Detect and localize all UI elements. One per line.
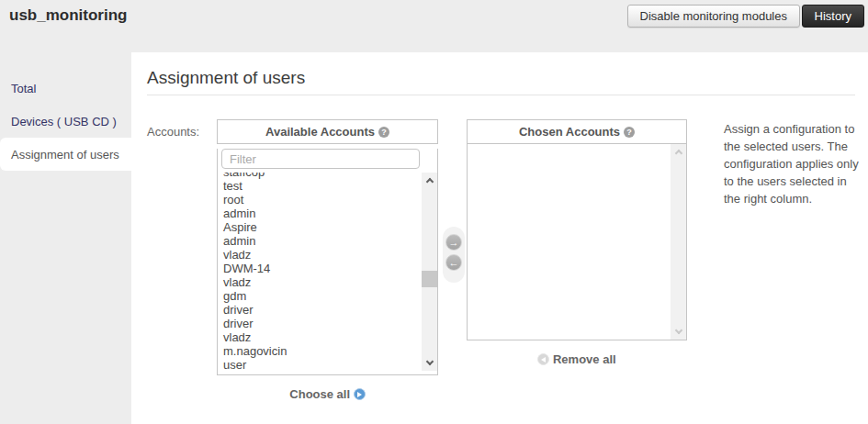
- help-icon[interactable]: ?: [624, 127, 635, 138]
- available-accounts-body: staffcop test root admin Aspire admin vl…: [217, 149, 438, 375]
- list-item[interactable]: gdm: [223, 289, 437, 303]
- list-item[interactable]: vladz: [223, 275, 437, 289]
- list-item[interactable]: vladz: [223, 330, 437, 344]
- chosen-list-scrollbar: [671, 144, 686, 340]
- filter-input[interactable]: [221, 149, 420, 169]
- section-heading: Assignment of users: [147, 68, 305, 88]
- usb-monitoring-page: usb_monitoring Disable monitoring module…: [0, 0, 868, 424]
- page-title: usb_monitoring: [9, 6, 127, 25]
- help-icon[interactable]: ?: [378, 127, 389, 138]
- list-item[interactable]: test: [223, 179, 437, 193]
- assignment-help-text: Assign a configuration to the selected u…: [724, 120, 863, 207]
- available-accounts-list-items: staffcop test root admin Aspire admin vl…: [218, 173, 437, 371]
- available-list-scrollbar[interactable]: [422, 173, 437, 371]
- list-item[interactable]: driver: [223, 317, 437, 330]
- chosen-accounts-header: Chosen Accounts?: [467, 119, 687, 144]
- list-item[interactable]: admin: [223, 206, 437, 220]
- header-bar: usb_monitoring Disable monitoring module…: [0, 0, 868, 52]
- choose-all-arrow-right-icon: [354, 388, 366, 400]
- sidebar-item-devices-usb-cd[interactable]: Devices ( USB CD ): [0, 105, 131, 138]
- sidebar-item-assignment-of-users[interactable]: Assignment of users: [0, 138, 131, 171]
- scroll-down-icon: [671, 324, 686, 340]
- sidebar-item-total[interactable]: Total: [0, 72, 131, 105]
- available-accounts-title: Available Accounts: [265, 125, 375, 139]
- sidebar: Total Devices ( USB CD ) Assignment of u…: [0, 52, 131, 424]
- list-item[interactable]: admin: [223, 234, 437, 248]
- choose-all-link[interactable]: Choose all: [217, 387, 438, 401]
- scrollbar-thumb[interactable]: [422, 271, 437, 287]
- chosen-accounts-panel: Chosen Accounts? Remove all: [467, 119, 687, 366]
- list-item[interactable]: Aspire: [223, 220, 437, 234]
- remove-all-arrow-left-icon: [537, 353, 549, 365]
- available-accounts-header: Available Accounts?: [217, 119, 438, 144]
- list-item[interactable]: user: [223, 358, 437, 371]
- choose-all-label: Choose all: [289, 387, 350, 401]
- list-item[interactable]: driver: [223, 303, 437, 317]
- history-button[interactable]: History: [802, 5, 864, 28]
- disable-monitoring-modules-button[interactable]: Disable monitoring modules: [627, 5, 800, 28]
- main-content: Assignment of users Accounts: Available …: [131, 52, 868, 424]
- list-item[interactable]: root: [223, 193, 437, 206]
- scroll-down-icon[interactable]: [422, 355, 437, 371]
- scroll-up-icon: [671, 144, 686, 160]
- scroll-up-icon[interactable]: [422, 173, 437, 188]
- available-accounts-panel: Available Accounts? staffcop test root a…: [217, 119, 438, 401]
- move-to-chosen-button[interactable]: →: [445, 234, 462, 251]
- list-item[interactable]: DWM-14: [223, 262, 437, 275]
- chosen-accounts-body: [467, 144, 687, 340]
- available-accounts-list: staffcop test root admin Aspire admin vl…: [218, 173, 437, 371]
- list-item[interactable]: staffcop: [223, 173, 437, 179]
- list-item[interactable]: vladz: [223, 248, 437, 262]
- move-to-available-button[interactable]: ←: [445, 254, 462, 271]
- remove-all-link[interactable]: Remove all: [467, 352, 687, 366]
- heading-divider: [147, 95, 855, 95]
- remove-all-label: Remove all: [553, 352, 616, 366]
- chosen-accounts-title: Chosen Accounts: [519, 125, 620, 139]
- list-item[interactable]: m.nagovicin: [223, 344, 437, 358]
- accounts-label: Accounts:: [147, 125, 199, 139]
- transfer-controls: → ←: [443, 227, 465, 283]
